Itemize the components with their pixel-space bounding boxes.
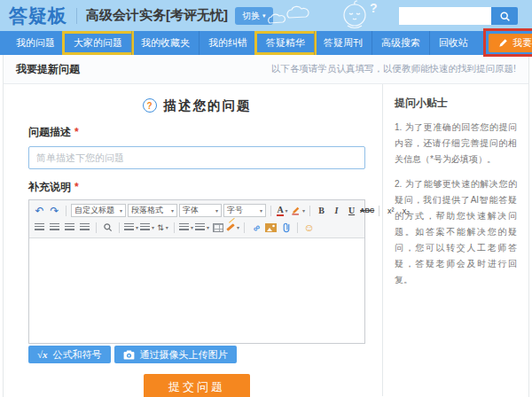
nav-everyones-questions-label: 大家的问题: [74, 37, 122, 48]
smiley-icon: ☺: [303, 222, 314, 234]
detail-editor-area[interactable]: [29, 238, 364, 343]
search-input[interactable]: [399, 7, 491, 25]
nav-qa-weekly[interactable]: 答疑周刊: [314, 31, 372, 55]
image-button[interactable]: [264, 221, 278, 235]
underline-button[interactable]: U: [345, 204, 358, 218]
camera-upload-label: 通过摄像头上传图片: [140, 348, 228, 362]
highlighter-icon: [291, 206, 301, 215]
submit-row: 提交问题: [28, 374, 365, 397]
paperclip-icon: [281, 222, 292, 233]
search-replace-button[interactable]: [101, 221, 114, 235]
align-right-icon: [65, 223, 74, 231]
page-title: 我要提新问题: [16, 62, 80, 77]
font-size-label: 字号: [227, 205, 243, 216]
format-brush-button[interactable]: ▾: [226, 221, 239, 235]
font-color-button[interactable]: A ▾: [276, 204, 289, 218]
submit-question-button[interactable]: 提交问题: [144, 374, 250, 397]
align-center-button[interactable]: [48, 221, 61, 235]
formula-symbols-button[interactable]: √x 公式和符号: [28, 346, 111, 363]
ask-question-label: 我要提问: [512, 36, 532, 50]
align-justify-icon: [80, 223, 90, 231]
nav-recycle-bin[interactable]: 回收站: [429, 31, 477, 55]
question-form: ? 描述您的问题 问题描述* 补充说明* ↶ ↷: [4, 84, 383, 396]
nav-my-favorites[interactable]: 我的收藏夹: [131, 31, 199, 55]
undo-button[interactable]: ↶: [33, 204, 46, 218]
toolbar-divider: [96, 222, 97, 233]
editor-toolbar: ↶ ↷ 自定义标题 ▾ 段落格式 ▾: [29, 200, 364, 238]
detail-label-text: 补充说明: [28, 181, 71, 193]
toolbar-divider: [244, 222, 245, 233]
line-height-button[interactable]: ⇅▾: [156, 221, 169, 235]
caret-down-icon: ▾: [302, 207, 305, 214]
font-family-select[interactable]: 字体 ▾: [179, 204, 222, 217]
caret-down-icon: ▾: [191, 224, 193, 230]
font-color-glyph: A: [277, 206, 283, 216]
link-icon: ∞: [250, 221, 262, 233]
redo-button[interactable]: ↷: [48, 204, 61, 218]
toolbar-row-2: ▾ ▾ ⇅▾ ▾ ▾ ▾ ∞: [33, 219, 361, 236]
caret-down-icon: ▾: [171, 207, 174, 214]
paragraph-format-label: 段落格式: [131, 205, 163, 216]
table-icon: [213, 223, 223, 232]
tips-sidebar: 提问小贴士 1. 为了更准确的回答您的提问内容，还请仔细完善提问的相关信息（*号…: [383, 84, 528, 396]
align-left-icon: [35, 223, 44, 231]
nav-my-questions[interactable]: 我的问题: [7, 31, 64, 55]
indent-icon: [140, 223, 150, 231]
toolbar-divider: [174, 222, 175, 233]
header-search: [399, 7, 518, 25]
main-nav: 我的问题 大家的问题 我的收藏夹 我的纠错 答疑精华 答疑周刊 高级搜索 回收站…: [0, 31, 532, 55]
required-asterisk: *: [74, 181, 79, 193]
tip-item-2: 2. 为了能够更快速的解决您的疑问，我们提供了AI智能答疑的方式，帮助您快速解决…: [395, 176, 517, 288]
camera-icon: [123, 350, 135, 360]
font-size-select[interactable]: 字号 ▾: [223, 204, 266, 217]
editor-footer: √x 公式和符号 通过摄像头上传图片: [28, 346, 365, 363]
emoji-button[interactable]: ☺: [302, 221, 316, 235]
ask-question-button[interactable]: 我要提问: [489, 34, 532, 52]
attachment-button[interactable]: [279, 221, 293, 235]
heading-style-label: 自定义标题: [74, 205, 114, 216]
ordered-list-button[interactable]: ▾: [179, 221, 193, 235]
nav-advanced-search[interactable]: 高级搜索: [372, 31, 429, 55]
caret-down-icon: ▾: [166, 224, 168, 230]
question-desc-label: 问题描述*: [28, 125, 365, 140]
heading-style-select[interactable]: 自定义标题 ▾: [71, 204, 126, 217]
magic-wand-icon: [226, 223, 235, 231]
nav-qa-highlights-label: 答疑精华: [266, 37, 305, 48]
align-left-button[interactable]: [33, 221, 46, 235]
question-circle-icon: ?: [143, 98, 157, 113]
indent-decrease-button[interactable]: ▾: [124, 221, 138, 235]
question-desc-input[interactable]: [28, 146, 365, 169]
caret-down-icon: ▾: [120, 207, 122, 214]
caret-down-icon: ▾: [286, 207, 288, 214]
caret-down-icon: ▾: [237, 224, 239, 230]
logo-divider: [76, 8, 77, 24]
indent-icon: [124, 223, 134, 231]
nav-everyones-questions[interactable]: 大家的问题: [64, 31, 131, 55]
align-right-button[interactable]: [63, 221, 76, 235]
italic-button[interactable]: I: [330, 204, 343, 218]
search-button[interactable]: [491, 7, 518, 25]
page-content: 我要提新问题 以下各项请学员认真填写，以便教师能快速的找到提问原题! ? 描述您…: [3, 55, 529, 397]
ordered-list-icon: [179, 223, 189, 231]
subheader: 我要提新问题 以下各项请学员认真填写，以便教师能快速的找到提问原题!: [4, 55, 528, 84]
table-button[interactable]: [211, 221, 224, 235]
bold-button[interactable]: B: [315, 204, 328, 218]
align-justify-button[interactable]: [78, 221, 91, 235]
question-desc-label-text: 问题描述: [28, 126, 71, 138]
caret-down-icon: ▾: [207, 224, 209, 230]
unordered-list-button[interactable]: ▾: [195, 221, 209, 235]
caret-down-icon: ▾: [136, 224, 138, 230]
search-icon: [499, 11, 511, 22]
pencil-icon: [498, 38, 508, 48]
toolbar-row-1: ↶ ↷ 自定义标题 ▾ 段落格式 ▾: [33, 202, 361, 219]
paragraph-format-select[interactable]: 段落格式 ▾: [128, 204, 177, 217]
indent-increase-button[interactable]: ▾: [140, 221, 154, 235]
highlight-color-button[interactable]: ▾: [291, 204, 305, 218]
strikethrough-button[interactable]: ABC: [360, 204, 374, 218]
nav-qa-highlights[interactable]: 答疑精华: [256, 31, 314, 55]
camera-upload-button[interactable]: 通过摄像头上传图片: [114, 346, 237, 363]
nav-my-corrections[interactable]: 我的纠错: [199, 31, 256, 55]
switch-label: 切换: [242, 10, 260, 22]
tips-title: 提问小贴士: [395, 96, 517, 111]
link-button[interactable]: ∞: [249, 221, 262, 235]
